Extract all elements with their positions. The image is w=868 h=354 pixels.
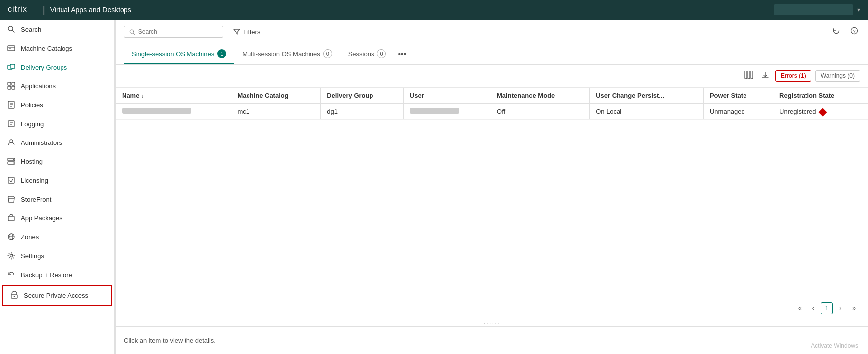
content-search-box[interactable] [124, 26, 223, 38]
svg-rect-37 [748, 71, 750, 79]
table-action-bar: Errors (1) Warnings (0) [116, 65, 868, 88]
col-header-user[interactable]: User [403, 88, 491, 104]
col-header-machine-catalog[interactable]: Machine Catalog [231, 88, 321, 104]
svg-point-22 [13, 159, 14, 160]
cell-user-change-persist: On Local [590, 104, 704, 120]
sidebar: Search Machine Catalogs Delivery Groups … [0, 20, 114, 354]
refresh-button[interactable] [830, 25, 842, 39]
pagination-next[interactable]: › [835, 302, 846, 314]
tab-single-session-label: Single-session OS Machines [132, 50, 214, 58]
sidebar-item-applications[interactable]: Applications [0, 76, 114, 95]
svg-point-31 [14, 296, 15, 297]
column-picker-button[interactable] [743, 69, 755, 83]
tab-sessions[interactable]: Sessions 0 [340, 44, 394, 64]
col-header-name[interactable]: Name ↓ [116, 88, 231, 104]
svg-rect-36 [745, 71, 747, 79]
svg-point-23 [13, 163, 14, 164]
citrix-wordmark: citrix [8, 3, 38, 17]
sidebar-label-secure-private-access: Secure Private Access [24, 292, 88, 299]
watermark-text: Activate Windows [811, 342, 858, 349]
table-pagination: « ‹ 1 › » [116, 298, 868, 318]
machine-catalogs-icon [7, 44, 16, 53]
sidebar-item-policies[interactable]: Policies [0, 95, 114, 114]
tab-more-button[interactable]: ••• [394, 45, 410, 64]
pagination-last[interactable]: » [848, 302, 860, 314]
logging-icon [7, 119, 16, 128]
sidebar-item-licensing[interactable]: Licensing [0, 171, 114, 190]
svg-line-33 [133, 33, 135, 34]
windows-watermark: Activate Windows [811, 342, 858, 349]
tab-single-session-badge: 1 [217, 49, 226, 58]
delivery-groups-icon [7, 63, 16, 71]
content-toolbar: Filters ? [116, 20, 868, 44]
pagination-current[interactable]: 1 [821, 302, 833, 314]
col-header-power-state[interactable]: Power State [703, 88, 773, 104]
cell-user [403, 104, 491, 120]
sidebar-label-backup-restore: Backup + Restore [21, 271, 72, 279]
col-header-maintenance-mode[interactable]: Maintenance Mode [491, 88, 590, 104]
warnings-button[interactable]: Warnings (0) [815, 70, 860, 82]
machines-table-area: Name ↓ Machine Catalog Delivery Group Us… [116, 88, 868, 298]
tab-single-session[interactable]: Single-session OS Machines 1 [124, 44, 234, 64]
detail-drag-handle[interactable]: ...... [116, 318, 868, 326]
errors-button[interactable]: Errors (1) [775, 70, 811, 82]
table-row[interactable]: mc1 dg1 Off On Local Unmanaged Unregiste… [116, 104, 868, 120]
sidebar-item-storefront[interactable]: StoreFront [0, 190, 114, 209]
toolbar-right: ? [830, 25, 860, 39]
cell-maintenance-mode: Off [491, 104, 590, 120]
sidebar-label-administrators: Administrators [21, 139, 62, 146]
svg-rect-7 [10, 64, 15, 68]
sidebar-item-machine-catalogs[interactable]: Machine Catalogs [0, 39, 114, 58]
licensing-icon [7, 176, 16, 185]
sidebar-label-app-packages: App Packages [21, 214, 62, 222]
svg-rect-16 [8, 121, 14, 127]
help-button[interactable]: ? [848, 25, 860, 39]
main-layout: Search Machine Catalogs Delivery Groups … [0, 20, 868, 354]
sidebar-item-administrators[interactable]: Administrators [0, 133, 114, 152]
search-icon [7, 25, 16, 34]
col-header-delivery-group[interactable]: Delivery Group [321, 88, 404, 104]
machine-name-blurred [122, 108, 191, 114]
content-area: Filters ? Single-session OS Machines 1 M… [116, 20, 868, 354]
pagination-first[interactable]: « [794, 302, 806, 314]
topbar: citrix | Virtual Apps and Desktops ▾ [0, 0, 868, 20]
sidebar-item-settings[interactable]: Settings [0, 246, 114, 265]
svg-point-19 [10, 140, 13, 142]
hosting-icon [7, 157, 16, 166]
pagination-prev[interactable]: ‹ [808, 302, 819, 314]
tab-multi-session[interactable]: Multi-session OS Machines 0 [234, 44, 340, 64]
error-diamond-icon [819, 108, 827, 116]
sidebar-item-delivery-groups[interactable]: Delivery Groups [0, 58, 114, 76]
topbar-search-input[interactable] [774, 4, 853, 15]
policies-icon [7, 100, 16, 109]
sidebar-item-logging[interactable]: Logging [0, 114, 114, 133]
col-header-user-change-persist[interactable]: User Change Persist... [590, 88, 704, 104]
content-search-input[interactable] [138, 28, 218, 35]
secure-private-access-icon [10, 291, 19, 300]
topbar-chevron-icon[interactable]: ▾ [857, 6, 860, 13]
sidebar-label-delivery-groups: Delivery Groups [21, 64, 67, 71]
machines-table: Name ↓ Machine Catalog Delivery Group Us… [116, 88, 868, 120]
app-title: Virtual Apps and Desktops [50, 6, 131, 14]
sidebar-label-licensing: Licensing [21, 177, 48, 184]
sidebar-label-policies: Policies [21, 101, 43, 109]
settings-icon [7, 251, 16, 260]
sidebar-item-backup-restore[interactable]: Backup + Restore [0, 265, 114, 284]
col-header-registration-state[interactable]: Registration State [773, 88, 868, 104]
filters-button[interactable]: Filters [227, 26, 266, 38]
cell-delivery-group: dg1 [321, 104, 404, 120]
backup-restore-icon [7, 270, 16, 279]
sort-icon-name: ↓ [141, 93, 144, 99]
export-button[interactable] [759, 70, 771, 83]
content-search-icon [129, 29, 135, 35]
svg-rect-38 [751, 71, 753, 79]
sidebar-item-hosting[interactable]: Hosting [0, 152, 114, 171]
tab-sessions-label: Sessions [348, 50, 374, 58]
sidebar-item-secure-private-access[interactable]: Secure Private Access [2, 285, 112, 306]
sidebar-item-app-packages[interactable]: App Packages [0, 209, 114, 227]
sidebar-label-search: Search [21, 26, 41, 33]
detail-area: Click an item to view the details. [116, 326, 868, 354]
svg-rect-10 [8, 86, 11, 89]
sidebar-item-zones[interactable]: Zones [0, 227, 114, 246]
sidebar-item-search[interactable]: Search [0, 20, 114, 39]
